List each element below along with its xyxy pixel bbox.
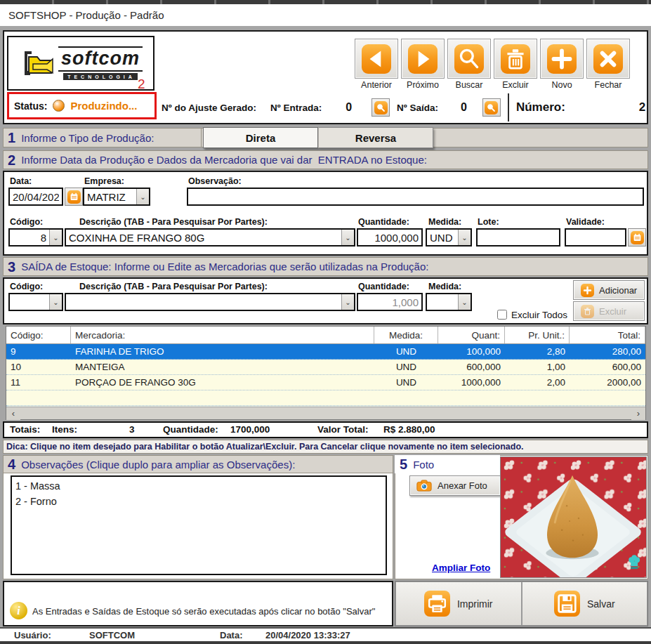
chevron-down-icon: ⌄ xyxy=(341,230,354,245)
section2-number: 2 xyxy=(8,153,15,167)
chevron-down-icon: ⌄ xyxy=(341,294,354,310)
adicionar-label: Adicionar xyxy=(599,285,637,296)
quantidade-saida-input[interactable] xyxy=(357,293,423,311)
medida-entrada-label: Medida: xyxy=(428,217,461,227)
data-input[interactable] xyxy=(8,188,63,206)
empty-table-row xyxy=(6,390,645,406)
empresa-select[interactable]: MATRIZ ⌄ xyxy=(83,188,150,206)
scroll-left-arrow[interactable]: ‹ xyxy=(6,407,20,420)
arrow-right-icon xyxy=(408,44,438,74)
close-icon xyxy=(593,44,623,74)
novo-button[interactable] xyxy=(540,39,584,79)
horizontal-scrollbar[interactable]: ‹ › xyxy=(6,407,645,419)
medida-entrada-select[interactable]: UND ⌄ xyxy=(426,228,472,247)
section4-header: 4 Observações (Clique duplo para ampliar… xyxy=(3,455,393,473)
imprimir-button[interactable]: Imprimir xyxy=(395,581,522,626)
window-edge-strip xyxy=(0,641,651,644)
medida-saida-select[interactable]: ⌄ xyxy=(426,293,472,311)
descricao-entrada-value: COXINHA DE FRANGO 80G xyxy=(66,232,341,244)
logo-brand-text: softcom xyxy=(58,46,143,71)
descricao-entrada-select[interactable]: COXINHA DE FRANGO 80G ⌄ xyxy=(65,228,355,247)
status-value: Produzindo... xyxy=(70,100,137,112)
table-row[interactable]: 11 PORÇAO DE FRANGO 30G UND 1000,000 2,0… xyxy=(6,375,645,390)
saida-panel: Código: ⌄ Descrição (TAB - Para Pesquisa… xyxy=(3,277,648,324)
quantidade-saida-label: Quantidade: xyxy=(358,282,409,291)
chevron-down-icon: ⌄ xyxy=(136,189,149,204)
small-plus-icon xyxy=(581,284,594,297)
ajuste-gerado-label: Nº do Ajuste Gerado: xyxy=(162,103,256,113)
col-medida: Medida: xyxy=(374,327,438,343)
descricao-saida-select[interactable]: ⌄ xyxy=(65,293,355,311)
data-calendar-button[interactable] xyxy=(65,188,83,206)
codigo-saida-select[interactable]: ⌄ xyxy=(8,293,63,311)
dica-bar: Dica: Clique no item desejado para Habil… xyxy=(3,440,648,454)
saida-value: 0 xyxy=(461,101,467,114)
ampliar-foto-link[interactable]: Ampliar Foto xyxy=(432,563,490,573)
chevron-down-icon: ⌄ xyxy=(458,230,471,245)
calendar-icon xyxy=(67,190,81,204)
section3-number: 3 xyxy=(8,260,15,274)
descricao-entrada-label: Descrição (TAB - Para Pesquisar Por Part… xyxy=(79,217,268,227)
observacoes-region: 4 Observações (Clique duplo para ampliar… xyxy=(3,455,393,579)
quantidade-total-label: Quantidade: xyxy=(163,424,218,435)
info-panel: i As Entradas e Saídas de Estoque só ser… xyxy=(3,581,393,626)
mercadorias-table: Código: Mercadoria: Medida: Quant: Pr. U… xyxy=(6,326,646,420)
fechar-button[interactable] xyxy=(586,39,630,79)
excluir-item-label: Excluir xyxy=(599,306,626,317)
validade-input[interactable] xyxy=(565,228,626,247)
section2-header: 2 Informe Data da Produção e Dados da Me… xyxy=(3,150,648,169)
save-disk-icon xyxy=(554,591,580,617)
codigo-entrada-select[interactable]: 8 ⌄ xyxy=(8,228,63,247)
reversa-button[interactable]: Reversa xyxy=(318,127,433,148)
quantidade-entrada-label: Quantidade: xyxy=(358,217,409,227)
itens-value: 3 xyxy=(129,424,135,435)
scroll-right-arrow[interactable]: › xyxy=(631,407,645,420)
numero-label: Número: xyxy=(516,100,565,114)
codigo-saida-label: Código: xyxy=(10,282,43,291)
saida-label: Nº Saída: xyxy=(397,103,438,113)
record-count-badge: 2 xyxy=(138,77,145,92)
excluir-button[interactable] xyxy=(494,39,537,79)
chevron-down-icon: ⌄ xyxy=(49,230,62,245)
section1-header: 1 Informe o Tipo de Produção: xyxy=(4,129,202,147)
anexar-foto-button[interactable]: Anexar Foto xyxy=(409,475,501,496)
excluir-todos-label: Excluir Todos xyxy=(511,310,567,320)
empresa-label: Empresa: xyxy=(84,176,124,186)
proximo-label: Próximo xyxy=(407,80,439,90)
numero-section: Número: 2 xyxy=(508,93,647,121)
empresa-value: MATRIZ xyxy=(84,191,136,203)
excluir-item-button[interactable]: Excluir xyxy=(573,301,645,321)
entrada-label: Nº Entrada: xyxy=(270,103,322,113)
adicionar-button[interactable]: Adicionar xyxy=(573,280,645,300)
table-row[interactable]: 9 FARINHA DE TRIGO UND 100,000 2,80 280,… xyxy=(6,344,645,360)
table-row[interactable]: 10 MANTEIGA UND 600,000 1,00 600,00 xyxy=(6,360,645,375)
header-panel: softcom TECNOLOGIA 2 Status: Produzindo.… xyxy=(3,30,648,124)
buscar-button[interactable] xyxy=(447,39,491,79)
proximo-button[interactable] xyxy=(401,39,445,79)
valor-total-label: Valor Total: xyxy=(317,424,369,435)
saida-search-button[interactable] xyxy=(482,98,501,117)
actions-panel: Imprimir Salvar xyxy=(395,581,648,626)
section5-header: 5 Foto xyxy=(395,455,500,473)
record-info-row: Nº do Ajuste Gerado: Nº Entrada: 0 Nº Sa… xyxy=(157,93,647,121)
usuario-label: Usuário: xyxy=(14,630,51,640)
excluir-todos-checkbox[interactable] xyxy=(497,310,507,320)
codigo-entrada-label: Código: xyxy=(10,217,43,227)
anterior-button[interactable] xyxy=(355,39,398,79)
quantidade-entrada-input[interactable] xyxy=(357,228,423,247)
salvar-button[interactable]: Salvar xyxy=(522,581,648,626)
validade-calendar-button[interactable] xyxy=(628,228,646,247)
trash-icon xyxy=(501,44,530,74)
lote-input[interactable] xyxy=(476,228,560,247)
itens-label: Itens: xyxy=(52,424,77,435)
validade-label: Validade: xyxy=(566,217,605,227)
observacao-input[interactable] xyxy=(187,188,644,206)
observacoes-textarea[interactable]: 1 - Massa 2 - Forno xyxy=(11,475,387,575)
descricao-saida-label: Descrição (TAB - Para Pesquisar Por Part… xyxy=(79,282,268,291)
numero-value: 2 xyxy=(639,100,645,114)
totais-label: Totais: xyxy=(10,424,40,435)
entrada-search-button[interactable] xyxy=(371,98,390,117)
softcom-folder-icon xyxy=(19,47,55,79)
col-pr-unit: Pr. Unit.: xyxy=(505,327,570,343)
direta-button[interactable]: Direta xyxy=(203,127,318,148)
